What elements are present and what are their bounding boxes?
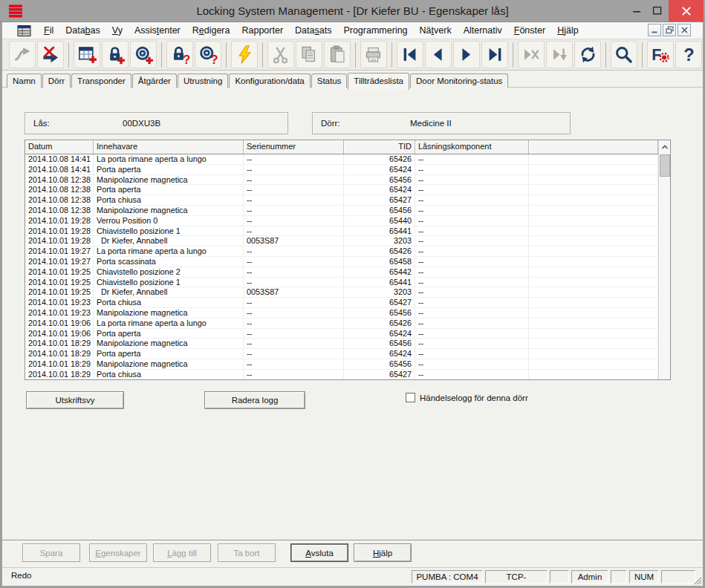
- table-cell: [529, 318, 658, 328]
- table-cell: --: [415, 278, 529, 287]
- table-row[interactable]: 2014.10.01 19:23Porta chiusa--65427--: [25, 298, 658, 308]
- table-row[interactable]: 2014.10.01 18:29Porta aperta--65424--: [25, 349, 658, 359]
- table-cell: 65441: [344, 226, 415, 236]
- table-cell: --: [415, 195, 529, 205]
- menu-fil[interactable]: Fil: [38, 25, 59, 36]
- mdi-minimize-button[interactable]: [648, 24, 661, 36]
- table-row[interactable]: 2014.10.01 18:29Manipolazione magnetica-…: [25, 359, 658, 370]
- menu-vy[interactable]: Vy: [106, 25, 129, 36]
- event-log-checkbox-label: Händelselogg för denna dörr: [420, 393, 528, 402]
- table-cell: --: [415, 308, 529, 318]
- mdi-close-button[interactable]: [678, 24, 691, 36]
- next-record-button[interactable]: [453, 41, 480, 68]
- previous-record-button[interactable]: [425, 41, 452, 68]
- hj-lp-button[interactable]: Hjälp: [354, 543, 412, 562]
- close-button[interactable]: [669, 0, 704, 22]
- refresh-button[interactable]: [574, 41, 601, 68]
- tab-transponder[interactable]: Transponder: [71, 74, 131, 88]
- tab-d-rr[interactable]: Dörr: [42, 74, 71, 88]
- mdi-window-controls: [648, 24, 691, 36]
- print-view-button[interactable]: Utskriftsvy: [26, 391, 124, 409]
- scroll-up-icon[interactable]: [659, 140, 671, 153]
- tab-door-monitoring-status[interactable]: Door Monitoring-status: [410, 74, 508, 88]
- table-row[interactable]: 2014.10.08 12:38Porta chiusa--65427--: [25, 195, 658, 206]
- menu-assistenter[interactable]: Assistenter: [129, 25, 186, 36]
- menu-hj-lp[interactable]: Hjälp: [551, 25, 585, 36]
- minimize-button[interactable]: [628, 0, 647, 22]
- last-record-button[interactable]: [481, 41, 508, 68]
- menu-programmering[interactable]: Programmering: [337, 25, 413, 36]
- toolbar-separator: [226, 42, 227, 68]
- new-transponder-button[interactable]: [130, 41, 157, 68]
- table-row[interactable]: 2014.10.08 12:38Manipolazione magnetica-…: [25, 175, 658, 186]
- toolbar-separator: [642, 42, 643, 68]
- menu-alternativ[interactable]: Alternativ: [458, 25, 508, 36]
- tab-tilltr-deslista[interactable]: Tillträdeslista: [348, 73, 409, 90]
- scrollbar-thumb[interactable]: [660, 154, 670, 177]
- print-button: [360, 41, 387, 68]
- avsluta-button[interactable]: Avsluta: [290, 543, 348, 562]
- menu-rapporter[interactable]: Rapporter: [235, 25, 289, 36]
- tab-namn[interactable]: Namn: [7, 74, 42, 88]
- table-row[interactable]: 2014.10.01 19:28 Dr Kiefer, Annabell0053…: [25, 236, 658, 246]
- program-lightning-button[interactable]: [231, 41, 258, 68]
- table-row[interactable]: 2014.10.01 18:29Porta chiusa--65427--: [25, 370, 658, 379]
- menu-redigera[interactable]: Redigera: [186, 25, 236, 36]
- search-button[interactable]: [611, 41, 637, 68]
- clear-log-button[interactable]: Radera logg: [204, 391, 305, 409]
- column-header-l-sningskomponent[interactable]: Låsningskomponent: [415, 140, 529, 154]
- vertical-scrollbar[interactable]: [658, 140, 670, 379]
- table-cell: [529, 154, 658, 164]
- tab-tg-rder[interactable]: Åtgärder: [132, 74, 177, 88]
- help-button[interactable]: ?: [675, 41, 702, 68]
- menu-f-nster[interactable]: Fönster: [508, 25, 551, 36]
- table-row[interactable]: 2014.10.01 19:06La porta rimane aperta a…: [25, 318, 658, 329]
- table-row[interactable]: 2014.10.01 19:25Chiavistello posizione 1…: [25, 278, 658, 288]
- table-row[interactable]: 2014.10.01 19:23Manipolazione magnetica-…: [25, 308, 658, 318]
- filter-settings-button[interactable]: F: [647, 41, 674, 68]
- table-row[interactable]: 2014.10.01 18:29Manipolazione magnetica-…: [25, 339, 658, 349]
- column-header-datum[interactable]: Datum: [25, 140, 94, 154]
- column-header-tid[interactable]: TID: [344, 140, 415, 154]
- table-cell: --: [244, 154, 344, 164]
- table-cell: 65456: [344, 308, 415, 318]
- table-row[interactable]: 2014.10.01 19:25 Dr Kiefer, Annabell0053…: [25, 287, 658, 298]
- table-cell: 2014.10.01 19:25: [25, 278, 94, 287]
- first-record-button[interactable]: [397, 41, 423, 68]
- status-admin: Admin: [571, 570, 608, 584]
- resize-grip-icon[interactable]: [691, 574, 702, 585]
- table-row[interactable]: 2014.10.01 19:27La porta rimane aperta a…: [25, 246, 658, 257]
- mdi-restore-button[interactable]: [663, 24, 676, 36]
- table-row[interactable]: 2014.10.01 19:25Chiavistello posizione 2…: [25, 267, 658, 278]
- column-header-serienummer[interactable]: Serienummer: [244, 140, 344, 154]
- tab-utrustning[interactable]: Utrustning: [178, 74, 228, 88]
- table-row[interactable]: 2014.10.08 12:38Porta aperta--65424--: [25, 185, 658, 195]
- table-cell: 65426: [344, 154, 415, 164]
- table-row[interactable]: 2014.10.01 19:06Porta aperta--65424--: [25, 329, 658, 339]
- new-lock-button[interactable]: [102, 41, 129, 68]
- refresh-icon: [578, 45, 598, 65]
- table-cell: --: [244, 257, 344, 267]
- column-header-item[interactable]: [529, 140, 658, 154]
- table-row[interactable]: 2014.10.08 14:41La porta rimane aperta a…: [25, 154, 658, 165]
- menu-n-tverk[interactable]: Nätverk: [414, 25, 458, 36]
- tab-konfiguration-data[interactable]: Konfiguration/data: [229, 74, 310, 88]
- table-row[interactable]: 2014.10.01 19:28Verrou Position 0--65440…: [25, 216, 658, 226]
- table-cell: 65441: [344, 278, 415, 287]
- tab-status[interactable]: Status: [311, 74, 348, 88]
- event-log-checkbox[interactable]: [406, 393, 415, 402]
- maximize-button[interactable]: [648, 0, 667, 22]
- exit-cross-arrow-button[interactable]: [37, 41, 64, 68]
- table-row[interactable]: 2014.10.08 14:41Porta aperta--65424--: [25, 165, 658, 175]
- table-row[interactable]: 2014.10.01 19:27Porta scassinata--65458-…: [25, 257, 658, 267]
- table-row[interactable]: 2014.10.01 19:28Chiavistello posizione 1…: [25, 226, 658, 237]
- table-row[interactable]: 2014.10.08 12:38Manipolazione magnetica-…: [25, 206, 658, 216]
- read-transponder-button[interactable]: ?: [195, 41, 221, 68]
- table-cell: [529, 287, 658, 297]
- commit-record-icon: [550, 45, 570, 65]
- new-locking-plan-button[interactable]: [74, 41, 100, 68]
- read-lock-button[interactable]: ?: [166, 41, 193, 68]
- menu-databas[interactable]: Databas: [59, 25, 106, 36]
- menu-datasats[interactable]: Datasats: [289, 25, 337, 36]
- column-header-innehavare[interactable]: Innehavare: [94, 140, 244, 154]
